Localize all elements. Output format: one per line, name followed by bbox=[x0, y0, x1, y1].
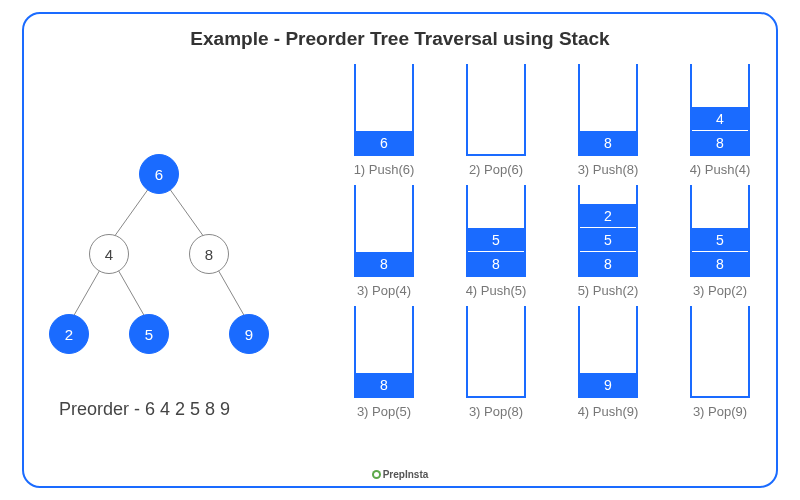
stack-step: 854) Push(5) bbox=[446, 185, 546, 298]
stack-caption: 4) Push(4) bbox=[690, 162, 751, 177]
stack-slot: 8 bbox=[356, 251, 412, 275]
stack-slot: 5 bbox=[468, 227, 524, 251]
stack-slot: 9 bbox=[580, 372, 636, 396]
stack-container: 6 bbox=[354, 64, 414, 156]
stack-container: 8 bbox=[578, 64, 638, 156]
stack-slot: 5 bbox=[580, 227, 636, 251]
stack-container: 9 bbox=[578, 306, 638, 398]
stack-slot: 8 bbox=[580, 251, 636, 275]
footer-logo: PrepInsta bbox=[24, 469, 776, 480]
binary-tree: 6 4 8 2 5 9 bbox=[44, 144, 274, 374]
stack-step: 853) Pop(2) bbox=[670, 185, 770, 298]
stack-caption: 1) Push(6) bbox=[354, 162, 415, 177]
tree-node-value: 2 bbox=[65, 326, 73, 343]
tree-node-value: 4 bbox=[105, 246, 113, 263]
tree-node-root: 6 bbox=[139, 154, 179, 194]
stack-container: 84 bbox=[690, 64, 750, 156]
stack-container: 852 bbox=[578, 185, 638, 277]
tree-node-left: 4 bbox=[89, 234, 129, 274]
stack-caption: 2) Pop(6) bbox=[469, 162, 523, 177]
stack-slot: 5 bbox=[692, 227, 748, 251]
stack-caption: 3) Pop(9) bbox=[693, 404, 747, 419]
stack-slot: 2 bbox=[580, 203, 636, 227]
stack-step: 83) Push(8) bbox=[558, 64, 658, 177]
tree-node-right: 8 bbox=[189, 234, 229, 274]
stack-slot: 8 bbox=[580, 130, 636, 154]
stack-caption: 3) Pop(5) bbox=[357, 404, 411, 419]
tree-node-left-right: 5 bbox=[129, 314, 169, 354]
footer-text: PrepInsta bbox=[383, 469, 429, 480]
stack-slot: 4 bbox=[692, 106, 748, 130]
stack-caption: 3) Push(8) bbox=[578, 162, 639, 177]
stack-step: 83) Pop(4) bbox=[334, 185, 434, 298]
stack-caption: 3) Pop(4) bbox=[357, 283, 411, 298]
stack-container bbox=[690, 306, 750, 398]
stack-caption: 3) Pop(2) bbox=[693, 283, 747, 298]
tree-node-value: 5 bbox=[145, 326, 153, 343]
stack-step: 3) Pop(9) bbox=[670, 306, 770, 419]
page-title: Example - Preorder Tree Traversal using … bbox=[24, 28, 776, 50]
stacks-grid: 61) Push(6)2) Pop(6)83) Push(8)844) Push… bbox=[334, 64, 774, 419]
stack-caption: 4) Push(5) bbox=[466, 283, 527, 298]
stack-slot: 6 bbox=[356, 130, 412, 154]
stack-slot: 8 bbox=[692, 130, 748, 154]
stack-container bbox=[466, 64, 526, 156]
stack-container: 85 bbox=[466, 185, 526, 277]
tree-node-left-left: 2 bbox=[49, 314, 89, 354]
stack-slot: 8 bbox=[692, 251, 748, 275]
logo-icon bbox=[372, 470, 381, 479]
stack-container: 85 bbox=[690, 185, 750, 277]
stack-caption: 5) Push(2) bbox=[578, 283, 639, 298]
stack-container bbox=[466, 306, 526, 398]
tree-node-value: 6 bbox=[155, 166, 163, 183]
tree-node-value: 8 bbox=[205, 246, 213, 263]
stack-step: 94) Push(9) bbox=[558, 306, 658, 419]
stack-step: 83) Pop(5) bbox=[334, 306, 434, 419]
stack-container: 8 bbox=[354, 306, 414, 398]
stack-slot: 8 bbox=[468, 251, 524, 275]
stack-container: 8 bbox=[354, 185, 414, 277]
stack-step: 8525) Push(2) bbox=[558, 185, 658, 298]
stack-step: 844) Push(4) bbox=[670, 64, 770, 177]
stack-step: 2) Pop(6) bbox=[446, 64, 546, 177]
stack-step: 3) Pop(8) bbox=[446, 306, 546, 419]
stack-caption: 4) Push(9) bbox=[578, 404, 639, 419]
stack-slot: 8 bbox=[356, 372, 412, 396]
stack-caption: 3) Pop(8) bbox=[469, 404, 523, 419]
diagram-card: Example - Preorder Tree Traversal using … bbox=[22, 12, 778, 488]
stack-step: 61) Push(6) bbox=[334, 64, 434, 177]
preorder-result: Preorder - 6 4 2 5 8 9 bbox=[59, 399, 230, 420]
tree-node-value: 9 bbox=[245, 326, 253, 343]
tree-node-right-right: 9 bbox=[229, 314, 269, 354]
